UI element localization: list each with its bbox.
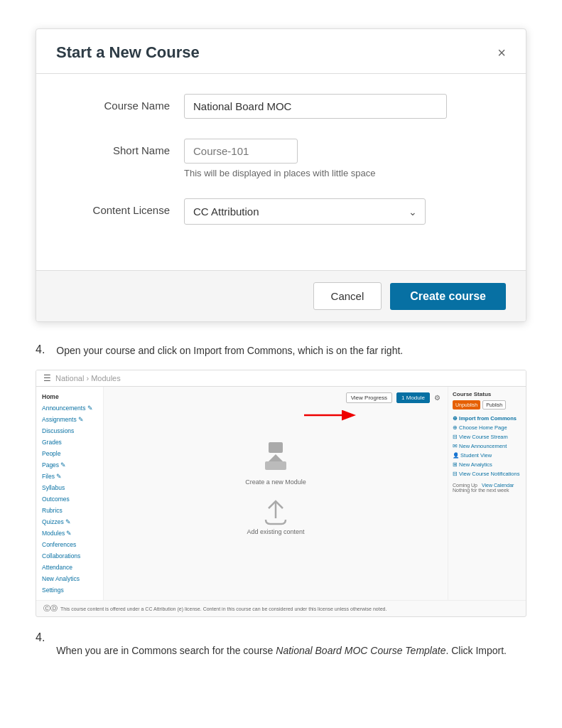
import-from-commons-link[interactable]: ⊕ Import from Commons — [453, 415, 522, 422]
upload-icon — [263, 500, 288, 525]
new-course-dialog: Start a New Course × Course Name Short N… — [36, 28, 526, 322]
student-view-link[interactable]: 👤 Student View — [453, 452, 522, 459]
svg-rect-4 — [265, 461, 286, 470]
view-course-notifications-link[interactable]: ⊟ View Course Notifications — [453, 471, 522, 477]
red-arrow-icon — [304, 409, 361, 422]
content-license-select-wrap: Public Domain CC Attribution CC Attribut… — [184, 198, 426, 225]
course-name-input-wrap — [184, 94, 506, 119]
screenshot-content: Home Announcements ✎ Assignments ✎ Discu… — [36, 387, 526, 600]
add-existing-label: Add existing content — [247, 528, 304, 535]
dialog-footer: Cancel Create course — [36, 270, 526, 321]
step4-text-before: When you are in Commons search for the c… — [56, 645, 276, 656]
svg-marker-3 — [269, 454, 283, 461]
screenshot-toolbar: View Progress 1 Module ⚙ — [111, 392, 441, 403]
publish-button[interactable]: Publish — [482, 400, 506, 410]
sidebar-item-quizzes[interactable]: Quizzes ✎ — [36, 516, 103, 528]
course-status-header: Course Status — [453, 391, 522, 397]
screenshot-main: View Progress 1 Module ⚙ — [104, 387, 448, 600]
red-arrow-container — [111, 409, 441, 422]
screenshot-box: ☰ National › Modules Home Announcements … — [36, 370, 526, 617]
new-analytics-link[interactable]: ⊞ New Analytics — [453, 461, 522, 468]
sidebar-item-discussions[interactable]: Discussions — [36, 425, 103, 437]
coming-up-label: Coming Up — [453, 483, 477, 488]
choose-home-page-link[interactable]: ⊕ Choose Home Page — [453, 424, 522, 431]
step4-search-text: When you are in Commons search for the c… — [56, 643, 507, 658]
module-icon — [258, 439, 293, 474]
step4-search-instruction: 4. When you are in Commons search for th… — [36, 631, 526, 658]
content-license-row: Content License Public Domain CC Attribu… — [56, 198, 506, 225]
cc-license-icon: ⒸⒹ — [43, 604, 58, 614]
content-license-select[interactable]: Public Domain CC Attribution CC Attribut… — [184, 198, 426, 225]
sidebar-item-people[interactable]: People — [36, 448, 103, 459]
unpublish-button[interactable]: Unpublish — [453, 400, 480, 410]
step4-import-text: Open your course and click on Import fro… — [56, 343, 403, 358]
svg-rect-2 — [269, 442, 283, 453]
screenshot-right-panel: Course Status Unpublish Publish ⊕ Import… — [448, 387, 526, 600]
step4-import-instruction: 4. Open your course and click on Import … — [36, 343, 526, 365]
hamburger-icon: ☰ — [43, 373, 51, 383]
course-name-label: Course Name — [56, 94, 184, 112]
breadcrumb-national: National — [55, 374, 84, 382]
status-buttons: Unpublish Publish — [453, 400, 522, 410]
step4-search-number: 4. — [36, 631, 45, 644]
short-name-hint: This will be displayed in places with li… — [184, 168, 506, 178]
sidebar-item-settings[interactable]: Settings — [36, 584, 103, 596]
sidebar-item-conferences[interactable]: Conferences — [36, 539, 103, 550]
sidebar-item-home[interactable]: Home — [36, 391, 103, 402]
cancel-button[interactable]: Cancel — [313, 282, 382, 310]
screenshot-center: Create a new Module Add existing content — [111, 424, 441, 550]
new-announcement-link[interactable]: ✉ New Announcement — [453, 443, 522, 449]
create-module-label: Create a new Module — [245, 478, 306, 486]
create-course-button[interactable]: Create course — [390, 283, 506, 310]
screenshot-nav: ☰ National › Modules — [36, 370, 526, 387]
step4-number: 4. — [36, 343, 45, 356]
step4-italic-text: National Board MOC Course Template — [276, 645, 445, 656]
sidebar-item-modules[interactable]: Modules ✎ — [36, 528, 103, 539]
screenshot-sidebar: Home Announcements ✎ Assignments ✎ Discu… — [36, 387, 104, 600]
short-name-label: Short Name — [56, 139, 184, 156]
sidebar-item-new-analytics[interactable]: New Analytics — [36, 573, 103, 584]
sidebar-item-outcomes[interactable]: Outcomes — [36, 493, 103, 505]
breadcrumb: National › Modules — [55, 374, 121, 382]
settings-icon[interactable]: ⚙ — [434, 394, 441, 402]
view-progress-button[interactable]: View Progress — [346, 392, 392, 403]
course-name-row: Course Name — [56, 94, 506, 119]
sidebar-item-syllabus[interactable]: Syllabus — [36, 482, 103, 493]
short-name-row: Short Name This will be displayed in pla… — [56, 139, 506, 178]
license-text: This course content is offered under a C… — [60, 606, 387, 611]
sidebar-item-grades[interactable]: Grades — [36, 437, 103, 448]
sidebar-item-announcements[interactable]: Announcements ✎ — [36, 402, 103, 414]
coming-up-note: Nothing for the next week — [453, 488, 522, 493]
modules-badge[interactable]: 1 Module — [396, 392, 430, 403]
content-license-label: Content License — [56, 198, 184, 216]
breadcrumb-modules: Modules — [91, 374, 121, 382]
close-button[interactable]: × — [497, 46, 506, 60]
short-name-input[interactable] — [184, 139, 298, 164]
dialog-title: Start a New Course — [56, 43, 200, 62]
short-name-input-wrap: This will be displayed in places with li… — [184, 139, 506, 178]
coming-up-section: Coming Up View Calendar Nothing for the … — [453, 483, 522, 493]
license-bar: ⒸⒹ This course content is offered under … — [36, 600, 526, 616]
sidebar-item-attendance[interactable]: Attendance — [36, 562, 103, 573]
dialog-header: Start a New Course × — [36, 29, 526, 73]
sidebar-item-assignments[interactable]: Assignments ✎ — [36, 414, 103, 425]
content-license-input-wrap: Public Domain CC Attribution CC Attribut… — [184, 198, 506, 225]
view-course-stream-link[interactable]: ⊟ View Course Stream — [453, 434, 522, 440]
sidebar-item-files[interactable]: Files ✎ — [36, 471, 103, 482]
upload-icon-wrap: Add existing content — [247, 500, 304, 535]
step4-text-after: . Click Import. — [445, 645, 507, 656]
sidebar-item-rubrics[interactable]: Rubrics — [36, 505, 103, 516]
sidebar-item-collaborations[interactable]: Collaborations — [36, 550, 103, 562]
view-calendar-link[interactable]: View Calendar — [482, 483, 514, 488]
course-name-input[interactable] — [184, 94, 447, 119]
sidebar-item-pages[interactable]: Pages ✎ — [36, 459, 103, 471]
dialog-body: Course Name Short Name This will be disp… — [36, 74, 526, 270]
